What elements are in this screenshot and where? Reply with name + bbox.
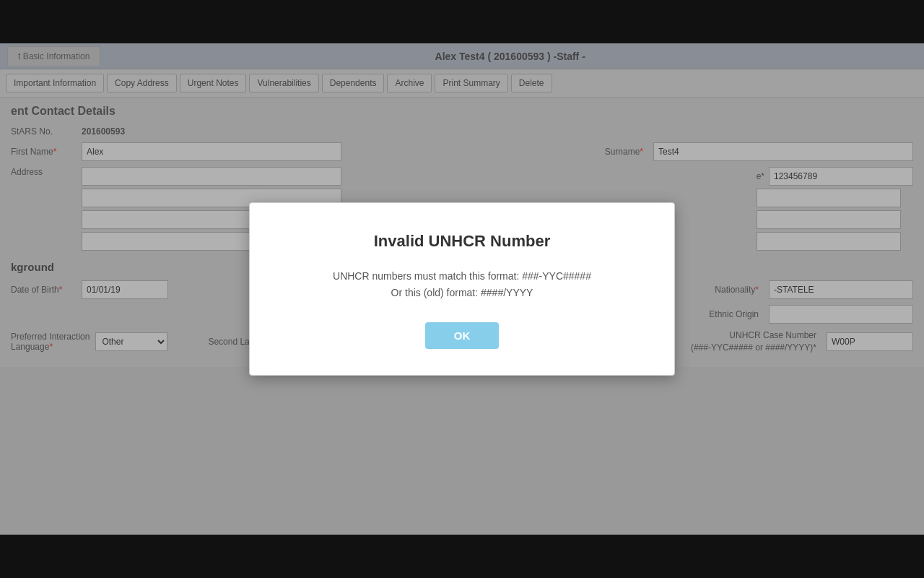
modal-body: UNHCR numbers must match this format: ##… [279,268,645,301]
modal-title: Invalid UNHCR Number [279,232,645,251]
modal-ok-button[interactable]: OK [425,322,500,349]
modal-body-line1: UNHCR numbers must match this format: ##… [333,270,591,282]
modal-box: Invalid UNHCR Number UNHCR numbers must … [249,202,675,376]
modal-overlay: Invalid UNHCR Number UNHCR numbers must … [0,43,924,535]
modal-body-line2: Or this (old) format: ####/YYYY [391,287,533,298]
